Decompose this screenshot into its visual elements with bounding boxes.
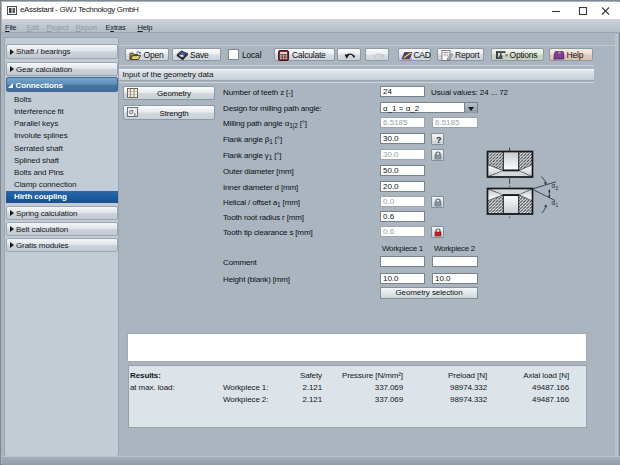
svg-text:2: 2 (556, 186, 559, 191)
svg-text:1: 1 (556, 203, 559, 208)
